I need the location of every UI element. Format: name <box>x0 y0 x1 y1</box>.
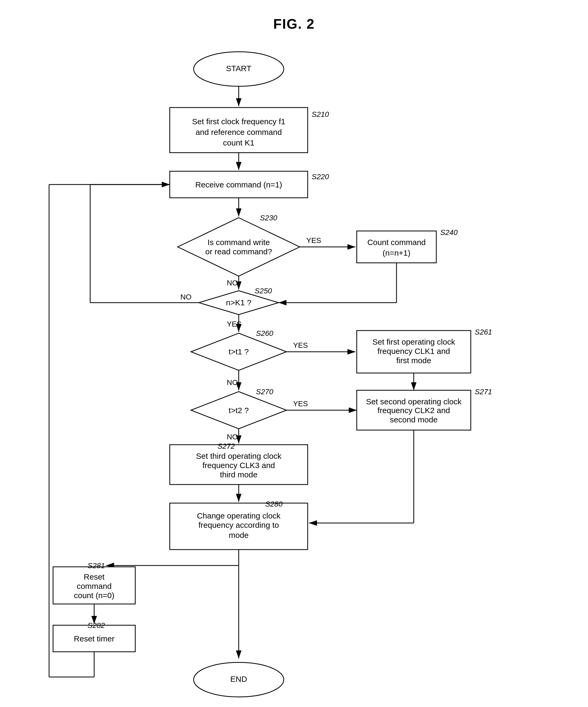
s270-text: t>t2 ? <box>229 406 249 415</box>
s282-label: S282 <box>87 621 105 630</box>
s230-no-label: NO <box>227 279 238 287</box>
s240-text-line2: (n=n+1) <box>382 248 410 257</box>
s261-text-line2: frequency CLK1 and <box>377 347 450 356</box>
s281-text-line1: Reset <box>84 572 105 581</box>
end-node: END <box>230 675 247 683</box>
s260-text: t>t1 ? <box>229 347 249 356</box>
s280-text-line1: Change operating clock <box>197 511 281 520</box>
s271-label: S271 <box>475 388 492 396</box>
s272-text-line3: third mode <box>220 470 258 479</box>
s250-label: S250 <box>255 287 272 295</box>
s250-no-label: NO <box>180 293 191 301</box>
s220-label: S220 <box>311 173 329 181</box>
s261-label: S261 <box>475 328 492 336</box>
s230-yes-label: YES <box>306 236 321 244</box>
s272-text-line2: frequency CLK3 and <box>203 461 275 470</box>
s282-text: Reset timer <box>74 634 114 643</box>
s271-text-line2: frequency CLK2 and <box>377 406 450 415</box>
s261-text-line1: Set first operating clock <box>372 337 455 346</box>
s271-text-line1: Set second operating clock <box>366 397 462 406</box>
s230-text-line1: Is command write <box>208 238 270 247</box>
s210-text-line3: count K1 <box>223 138 254 147</box>
s250-text: n>K1 ? <box>226 298 251 307</box>
svg-rect-9 <box>357 231 436 263</box>
start-node: START <box>226 64 251 73</box>
s240-text-line1: Count command <box>367 238 426 247</box>
page-title: FIG. 2 <box>0 16 588 32</box>
s261-text-line3: first mode <box>396 356 431 365</box>
s230-label: S230 <box>260 214 278 222</box>
s270-label: S270 <box>256 388 273 396</box>
s281-label: S281 <box>87 562 105 570</box>
s281-text-line2: command <box>77 582 112 591</box>
s210-text-line1: Set first clock frequency f1 <box>192 117 285 126</box>
s270-yes-label: YES <box>293 400 308 408</box>
s240-label: S240 <box>440 228 458 237</box>
s260-label: S260 <box>256 329 273 337</box>
s271-text-line3: second mode <box>390 415 438 424</box>
s220-text: Receive command (n=1) <box>195 180 282 189</box>
s272-label: S272 <box>218 442 235 450</box>
s210-label: S210 <box>311 110 329 119</box>
s280-label: S280 <box>265 500 283 508</box>
s281-text-line3: count (n=0) <box>74 591 115 600</box>
flowchart: START Set first clock frequency f1 and r… <box>0 35 588 706</box>
s272-text-line1: Set third operating clock <box>196 451 282 460</box>
s270-no-label: NO <box>227 433 238 441</box>
s230-text-line2: or read command? <box>205 247 272 256</box>
s280-text-line2: frequency according to <box>198 520 279 529</box>
s260-yes-label: YES <box>293 341 308 349</box>
s280-text-line3: mode <box>229 531 249 539</box>
s260-no-label: NO <box>227 378 238 386</box>
s210-text-line2: and reference command <box>195 128 282 136</box>
s250-yes-label: YES <box>227 320 242 328</box>
